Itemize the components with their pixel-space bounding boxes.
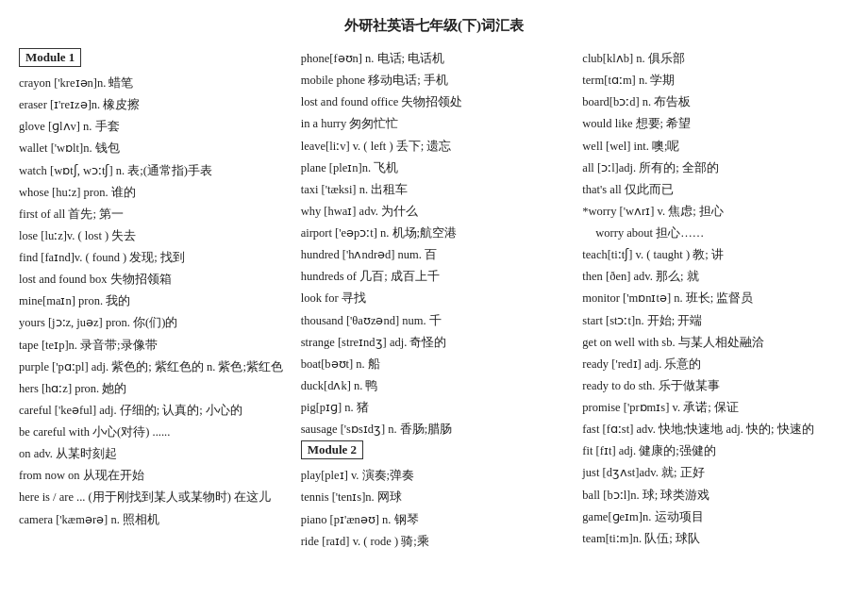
list-item: careful ['keəful] adj. 仔细的; 认真的; 小心的	[19, 400, 286, 422]
list-item: glove [ɡlʌv] n. 手套	[19, 116, 286, 138]
list-item: team[tiːm]n. 队伍; 球队	[582, 528, 849, 550]
list-item: *worry ['wʌrɪ] v. 焦虑; 担心	[582, 201, 849, 223]
list-item: wallet ['wɒlt]n. 钱包	[19, 138, 286, 159]
list-item: ride [raɪd] v. ( rode ) 骑;乘	[301, 531, 568, 553]
content-columns: Module 1 crayon ['kreɪən]n. 蜡笔eraser [ɪ'…	[19, 48, 849, 553]
list-item: crayon ['kreɪən]n. 蜡笔	[19, 73, 286, 94]
list-item: look for 寻找	[301, 288, 568, 309]
list-item: play[pleɪ] v. 演奏;弹奏	[301, 465, 568, 487]
list-item: here is / are ... (用于刚找到某人或某物时) 在这儿	[19, 487, 286, 508]
list-item: watch [wɒtʃ, wɔːtʃ] n. 表;(通常指)手表	[19, 160, 286, 182]
list-item: first of all 首先; 第一	[19, 204, 286, 225]
list-item: piano [pɪ'ænəʊ] n. 钢琴	[301, 509, 568, 531]
list-item: club[klʌb] n. 俱乐部	[582, 48, 849, 70]
list-item: from now on 从现在开始	[19, 465, 286, 487]
list-item: purple ['pɑːpl] adj. 紫色的; 紫红色的 n. 紫色;紫红色	[19, 357, 286, 378]
list-item: would like 想要; 希望	[582, 113, 849, 135]
list-item: hers [hɑːz] pron. 她的	[19, 378, 286, 400]
list-item: boat[bəʊt] n. 船	[301, 354, 568, 375]
list-item: well [wel] int. 噢;呢	[582, 136, 849, 158]
list-item: monitor ['mɒnɪtə] n. 班长; 监督员	[582, 288, 849, 309]
col2-entries: phone[fəʊn] n. 电话; 电话机mobile phone 移动电话;…	[301, 48, 568, 553]
list-item: lose [luːz]v. ( lost ) 失去	[19, 225, 286, 247]
list-item: worry about 担心……	[582, 223, 849, 244]
list-item: leave[liːv] v. ( left ) 丢下; 遗忘	[301, 136, 568, 158]
list-item: phone[fəʊn] n. 电话; 电话机	[301, 48, 568, 70]
list-item: tape [teɪp]n. 录音带;录像带	[19, 335, 286, 357]
list-item: board[bɔːd] n. 布告板	[582, 91, 849, 113]
col3-entries: club[klʌb] n. 俱乐部term[tɑːm] n. 学期board[b…	[582, 48, 849, 550]
list-item: whose [huːz] pron. 谁的	[19, 182, 286, 204]
module-1-label: Module 1	[19, 48, 81, 67]
list-item: term[tɑːm] n. 学期	[582, 70, 849, 91]
list-item: get on well with sb. 与某人相处融洽	[582, 332, 849, 354]
list-item: ready ['redɪ] adj. 乐意的	[582, 354, 849, 375]
list-item: lost and found office 失物招领处	[301, 91, 568, 113]
list-item: plane [pleɪn]n. 飞机	[301, 158, 568, 179]
module-2-label: Module 2	[301, 440, 363, 459]
list-item: teach[tiːtʃ] v. ( taught ) 教; 讲	[582, 244, 849, 266]
page-title: 外研社英语七年级(下)词汇表	[19, 17, 849, 35]
list-item: thousand ['θaʊzənd] num. 千	[301, 310, 568, 332]
list-item: hundred ['hʌndrəd] num. 百	[301, 244, 568, 266]
list-item: ready to do sth. 乐于做某事	[582, 375, 849, 397]
list-item: yours [jɔːz, juəz] pron. 你(们)的	[19, 312, 286, 334]
list-item: that's all 仅此而已	[582, 179, 849, 201]
list-item: tennis ['tenɪs]n. 网球	[301, 487, 568, 508]
list-item: then [ðen] adv. 那么; 就	[582, 266, 849, 288]
list-item: start [stɔːt]n. 开始; 开端	[582, 310, 849, 332]
list-item: hundreds of 几百; 成百上千	[301, 266, 568, 288]
list-item: camera ['kæmərə] n. 照相机	[19, 509, 286, 531]
list-item: pig[pɪɡ] n. 猪	[301, 397, 568, 419]
list-item: find [faɪnd]v. ( found ) 发现; 找到	[19, 247, 286, 269]
column-2: phone[fəʊn] n. 电话; 电话机mobile phone 移动电话;…	[293, 48, 576, 553]
list-item: ball [bɔːl]n. 球; 球类游戏	[582, 485, 849, 506]
list-item: sausage ['sɒsɪdʒ] n. 香肠;腊肠	[301, 419, 568, 440]
list-item: lost and found box 失物招领箱	[19, 269, 286, 290]
list-item: fast [fɑːst] adv. 快地;快速地 adj. 快的; 快速的	[582, 419, 849, 440]
list-item: all [ɔːl]adj. 所有的; 全部的	[582, 158, 849, 179]
list-item: mine[maɪn] pron. 我的	[19, 290, 286, 312]
list-item: promise ['prɒmɪs] v. 承诺; 保证	[582, 397, 849, 419]
col1-entries: crayon ['kreɪən]n. 蜡笔eraser [ɪ'reɪzə]n. …	[19, 73, 286, 531]
list-item: in a hurry 匆匆忙忙	[301, 113, 568, 135]
list-item: on adv. 从某时刻起	[19, 443, 286, 465]
list-item: be careful with 小心(对待) ......	[19, 422, 286, 443]
list-item: why [hwaɪ] adv. 为什么	[301, 201, 568, 223]
list-item: mobile phone 移动电话; 手机	[301, 70, 568, 91]
list-item: just [dʒʌst]adv. 就; 正好	[582, 462, 849, 484]
column-3: club[klʌb] n. 俱乐部term[tɑːm] n. 学期board[b…	[575, 48, 849, 550]
list-item: airport ['eəpɔːt] n. 机场;航空港	[301, 223, 568, 244]
list-item: strange [streɪndʒ] adj. 奇怪的	[301, 332, 568, 354]
list-item: duck[dʌk] n. 鸭	[301, 375, 568, 397]
list-item: game[ɡeɪm]n. 运动项目	[582, 506, 849, 528]
list-item: fit [fɪt] adj. 健康的;强健的	[582, 440, 849, 462]
list-item: taxi ['tæksi] n. 出租车	[301, 179, 568, 201]
list-item: eraser [ɪ'reɪzə]n. 橡皮擦	[19, 94, 286, 116]
column-1: Module 1 crayon ['kreɪən]n. 蜡笔eraser [ɪ'…	[19, 48, 293, 531]
